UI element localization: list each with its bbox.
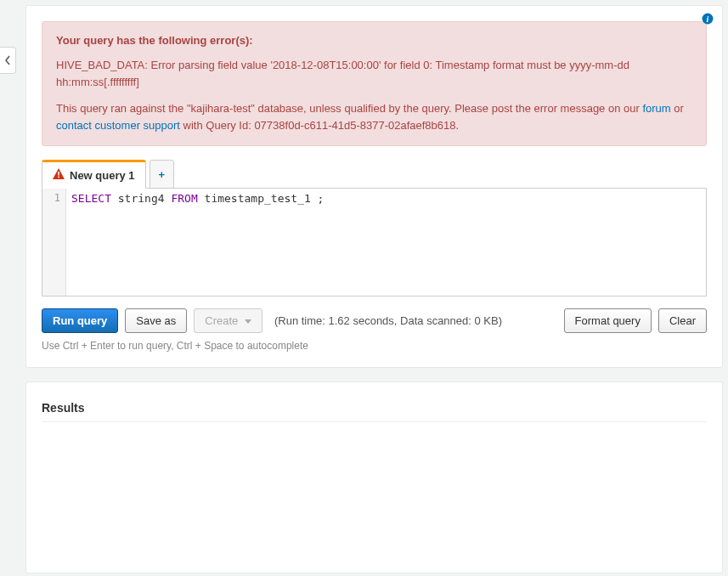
create-dropdown-button: Create <box>194 308 262 333</box>
plus-icon: + <box>159 168 166 181</box>
gutter-line-number: 1 <box>42 192 60 204</box>
tab-new-query-1[interactable]: New query 1 <box>42 160 146 189</box>
editor-code[interactable]: SELECT string4 FROM timestamp_test_1 ; <box>66 189 706 296</box>
sql-keyword: FROM <box>171 192 197 205</box>
collapse-sidebar-toggle[interactable] <box>0 47 16 74</box>
keyboard-hint: Use Ctrl + Enter to run query, Ctrl + Sp… <box>42 340 707 352</box>
warning-icon <box>53 168 65 182</box>
forum-link[interactable]: forum <box>642 102 670 115</box>
caret-down-icon <box>245 319 251 324</box>
sql-text: string4 <box>111 192 171 205</box>
error-alert-title: Your query has the following error(s): <box>56 34 692 47</box>
chevron-left-icon <box>3 54 12 66</box>
error-footer-text: This query ran against the "kajihara-tes… <box>56 102 642 115</box>
svg-rect-2 <box>58 172 59 176</box>
error-footer-text: with Query Id: 07738f0d-c611-41d5-8377-0… <box>180 119 459 132</box>
error-alert-footer: This query ran against the "kajihara-tes… <box>56 100 692 133</box>
run-info-text: (Run time: 1.62 seconds, Data scanned: 0… <box>274 314 502 327</box>
create-button-label: Create <box>205 314 238 327</box>
error-footer-text: or <box>671 102 684 115</box>
save-as-button[interactable]: Save as <box>125 308 187 333</box>
svg-rect-3 <box>58 177 59 178</box>
info-icon[interactable]: i <box>702 13 714 27</box>
add-tab-button[interactable]: + <box>150 160 175 189</box>
clear-button[interactable]: Clear <box>658 308 707 333</box>
editor-gutter: 1 <box>42 189 66 296</box>
results-card: Results <box>25 381 723 573</box>
run-query-button[interactable]: Run query <box>42 308 118 333</box>
editor-toolbar: Run query Save as Create (Run time: 1.62… <box>42 308 707 333</box>
results-body <box>42 421 707 557</box>
sql-keyword: SELECT <box>71 192 111 205</box>
query-tabs: New query 1 + <box>42 160 707 189</box>
error-alert-message: HIVE_BAD_DATA: Error parsing field value… <box>56 57 692 90</box>
results-title: Results <box>42 401 707 415</box>
tab-label: New query 1 <box>70 169 135 182</box>
error-alert: Your query has the following error(s): H… <box>42 21 707 146</box>
sql-editor[interactable]: 1 SELECT string4 FROM timestamp_test_1 ; <box>42 188 707 296</box>
format-query-button[interactable]: Format query <box>564 308 652 333</box>
query-editor-card: i Your query has the following error(s):… <box>25 5 723 368</box>
contact-support-link[interactable]: contact customer support <box>56 119 180 132</box>
sql-text: timestamp_test_1 ; <box>198 192 324 205</box>
svg-text:i: i <box>707 14 709 24</box>
